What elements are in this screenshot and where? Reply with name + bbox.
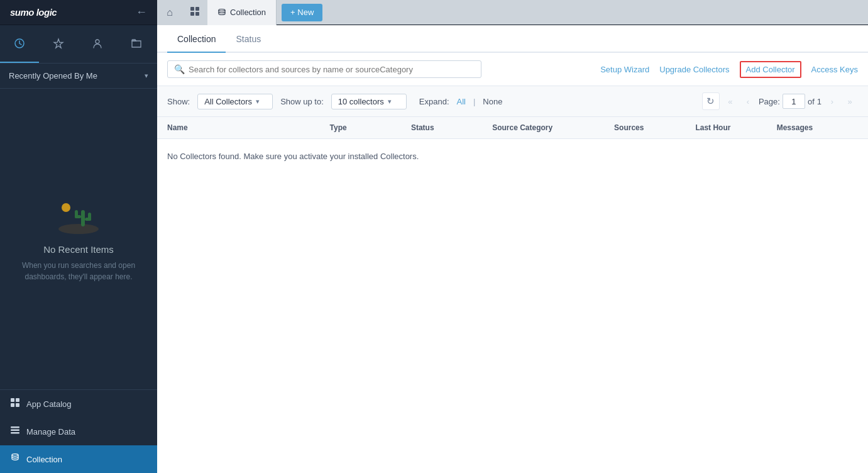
collection-sidebar-icon <box>10 453 20 465</box>
access-keys-link[interactable]: Access Keys <box>811 65 858 74</box>
show-chevron: ▾ <box>256 97 260 106</box>
collection-tab-icon <box>217 8 226 17</box>
first-page-button[interactable]: « <box>722 93 739 109</box>
svg-rect-19 <box>11 430 19 431</box>
search-input[interactable] <box>189 65 475 74</box>
content-tabs: Collection Status <box>157 25 868 53</box>
sidebar-icon-recents[interactable] <box>0 25 39 63</box>
svg-point-21 <box>12 454 18 457</box>
collection-sidebar-label: Collection <box>26 455 62 464</box>
prev-page-button[interactable]: ‹ <box>740 93 756 109</box>
expand-all-link[interactable]: All <box>457 97 466 106</box>
expand-separator: | <box>473 97 475 106</box>
table-empty-message: No Collectors found. Make sure you activ… <box>157 139 868 174</box>
svg-rect-2 <box>190 12 194 16</box>
svg-rect-14 <box>11 398 14 402</box>
svg-rect-15 <box>16 398 19 402</box>
svg-rect-13 <box>88 213 91 221</box>
manage-data-icon <box>10 425 20 438</box>
svg-rect-17 <box>16 403 19 407</box>
logo-area: sumo logic ← <box>0 6 157 19</box>
content-area: Collection Status 🔍 Setup Wizard Upgrade… <box>157 25 868 473</box>
top-bar: sumo logic ← ⌂ Collection + <box>0 0 868 25</box>
tab-collection[interactable]: Collection <box>167 25 226 53</box>
pagination: ↻ « ‹ Page: 1 of 1 › » <box>702 92 858 110</box>
app-catalog-label: App Catalog <box>26 399 72 409</box>
table-header: Name Type Status Source Category Sources… <box>157 117 868 139</box>
col-sources: Sources <box>614 123 695 132</box>
svg-rect-0 <box>190 7 194 11</box>
svg-rect-3 <box>195 12 199 16</box>
page-of-text: of <box>808 97 815 106</box>
svg-point-4 <box>219 9 225 11</box>
home-button[interactable]: ⌂ <box>157 0 182 25</box>
sidebar-icon-row <box>0 25 157 64</box>
sidebar-item-manage-data[interactable]: Manage Data <box>0 418 157 445</box>
col-name: Name <box>167 123 330 132</box>
app-name: sumo logic <box>10 7 57 18</box>
svg-point-8 <box>62 203 70 212</box>
sidebar-item-app-catalog[interactable]: App Catalog <box>0 390 157 418</box>
sidebar-item-collection[interactable]: Collection <box>0 445 157 473</box>
sidebar-icon-folders[interactable] <box>117 25 156 63</box>
svg-rect-9 <box>81 210 85 226</box>
tab-status[interactable]: Status <box>226 25 271 53</box>
files-button[interactable] <box>182 0 207 25</box>
page-input[interactable]: 1 <box>783 94 805 109</box>
show-select[interactable]: All Collectors ▾ <box>197 94 273 109</box>
home-icon: ⌂ <box>167 7 173 18</box>
manage-data-label: Manage Data <box>26 427 75 437</box>
svg-point-7 <box>58 224 99 234</box>
sidebar-icon-favorites[interactable] <box>39 25 78 63</box>
add-collector-link[interactable]: Add Collector <box>740 61 801 78</box>
expand-none-text: None <box>483 97 502 106</box>
filter-bar: Show: All Collectors ▾ Show up to: 10 co… <box>157 86 868 117</box>
no-recent-description: When you run searches and open dashboard… <box>13 260 145 282</box>
sidebar-bottom: App Catalog Manage Data Collection <box>0 389 157 473</box>
refresh-button[interactable]: ↻ <box>702 92 720 110</box>
upgrade-collectors-link[interactable]: Upgrade Collectors <box>659 65 729 74</box>
svg-point-6 <box>96 40 99 43</box>
desert-illustration <box>53 196 104 234</box>
search-toolbar: 🔍 Setup Wizard Upgrade Collectors Add Co… <box>157 53 868 86</box>
expand-label: Expand: <box>419 97 449 106</box>
show-up-to-label: Show up to: <box>280 97 324 106</box>
recently-opened-label: Recently Opened By Me <box>9 71 97 81</box>
recently-opened-header[interactable]: Recently Opened By Me ▾ <box>0 64 157 89</box>
pagination-nav: « ‹ <box>722 93 756 109</box>
sidebar-icon-shared[interactable] <box>78 25 117 63</box>
pagination-nav-next: › » <box>824 93 858 109</box>
collection-tab[interactable]: Collection <box>207 0 277 25</box>
svg-rect-16 <box>11 403 14 407</box>
total-pages: 1 <box>817 97 821 106</box>
show-label: Show: <box>167 97 190 106</box>
back-button[interactable]: ← <box>136 6 147 19</box>
sidebar: Recently Opened By Me ▾ No Recent Items … <box>0 25 157 473</box>
svg-rect-18 <box>11 426 19 428</box>
col-type: Type <box>330 123 411 132</box>
search-icon: 🔍 <box>174 64 185 74</box>
col-last-hour: Last Hour <box>695 123 776 132</box>
page-label: Page: <box>759 97 780 106</box>
no-recent-title: No Recent Items <box>43 244 114 255</box>
toolbar-actions: Setup Wizard Upgrade Collectors Add Coll… <box>600 61 858 78</box>
last-page-button[interactable]: » <box>842 93 858 109</box>
svg-rect-20 <box>11 432 19 434</box>
col-messages: Messages <box>777 123 858 132</box>
svg-rect-11 <box>75 210 78 218</box>
show-up-to-select[interactable]: 10 collectors ▾ <box>331 94 407 109</box>
show-up-to-value: 10 collectors <box>338 97 384 106</box>
top-tabs: ⌂ Collection + New <box>157 0 868 25</box>
new-button[interactable]: + New <box>282 4 322 21</box>
col-source-category: Source Category <box>492 123 614 132</box>
col-status: Status <box>411 123 492 132</box>
main-layout: Recently Opened By Me ▾ No Recent Items … <box>0 25 868 473</box>
show-up-to-chevron: ▾ <box>388 97 392 106</box>
files-icon <box>189 6 201 19</box>
app-catalog-icon <box>10 398 20 410</box>
search-box[interactable]: 🔍 <box>167 60 481 78</box>
collection-tab-label: Collection <box>230 8 266 17</box>
setup-wizard-link[interactable]: Setup Wizard <box>600 65 649 74</box>
next-page-button[interactable]: › <box>824 93 840 109</box>
svg-rect-1 <box>195 7 199 11</box>
